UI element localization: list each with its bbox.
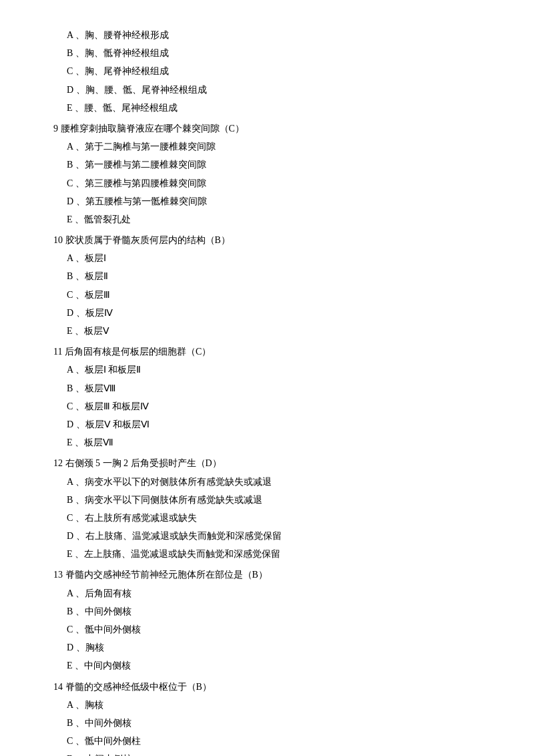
option-line: C 、板层Ⅲ 和板层Ⅳ bbox=[67, 398, 481, 415]
question-line: 13 脊髓内交感神经节前神经元胞体所在部位是（B） bbox=[53, 566, 481, 583]
option-line: D 、板层Ⅳ bbox=[67, 305, 481, 321]
option-line: A 、板层Ⅰ 和板层Ⅱ bbox=[67, 361, 481, 378]
option-line: A 、胸、腰脊神经根形成 bbox=[67, 27, 481, 43]
option-line: B 、中间外侧核 bbox=[67, 715, 481, 731]
option-line: D 、右上肢痛、温觉减退或缺失而触觉和深感觉保留 bbox=[67, 528, 481, 544]
option-line: B 、第一腰椎与第二腰椎棘突间隙 bbox=[67, 156, 481, 173]
option-line: C 、第三腰椎与第四腰椎棘突间隙 bbox=[67, 175, 481, 192]
option-line: E 、中间内侧核 bbox=[67, 657, 481, 674]
question-line: 12 右侧颈 5 一胸 2 后角受损时产生（D） bbox=[53, 455, 481, 471]
question-line: 10 胶状质属于脊髓灰质何层内的结构（B） bbox=[53, 232, 481, 248]
question-line: 11 后角固有核是何板层的细胞群（C） bbox=[53, 343, 481, 360]
option-line: A 、后角固有核 bbox=[67, 585, 481, 602]
option-line: A 、板层Ⅰ bbox=[67, 250, 481, 266]
option-line: D 、第五腰椎与第一骶椎棘突间隙 bbox=[67, 193, 481, 210]
option-line: C 、胸、尾脊神经根组成 bbox=[67, 63, 481, 79]
main-content: A 、胸、腰脊神经根形成B 、胸、骶脊神经根组成C 、胸、尾脊神经根组成D 、胸… bbox=[53, 27, 481, 756]
option-line: D 、胸核 bbox=[67, 639, 481, 656]
option-line: E 、骶管裂孔处 bbox=[67, 211, 481, 228]
option-line: D 、胸、腰、骶、尾脊神经根组成 bbox=[67, 81, 481, 98]
option-line: B 、胸、骶脊神经根组成 bbox=[67, 45, 481, 61]
option-line: D 、板层Ⅴ 和板层Ⅵ bbox=[67, 416, 481, 433]
option-line: C 、骶中间外侧柱 bbox=[67, 733, 481, 749]
option-line: E 、腰、骶、尾神经根组成 bbox=[67, 100, 481, 116]
question-line: 14 脊髓的交感神经低级中枢位于（B） bbox=[53, 679, 481, 695]
option-line: D 、中间内侧核 bbox=[67, 751, 481, 756]
option-line: A 、第于二胸椎与第一腰椎棘突间隙 bbox=[67, 138, 481, 155]
option-line: E 、左上肢痛、温觉减退或缺失而触觉和深感觉保留 bbox=[67, 546, 481, 562]
option-line: E 、板层Ⅶ bbox=[67, 434, 481, 451]
question-line: 9 腰椎穿刺抽取脑脊液应在哪个棘突间隙（C） bbox=[53, 120, 481, 137]
option-line: C 、板层Ⅲ bbox=[67, 287, 481, 303]
option-line: B 、病变水平以下同侧肢体所有感觉缺失或减退 bbox=[67, 492, 481, 508]
option-line: A 、病变水平以下的对侧肢体所有感觉缺失或减退 bbox=[67, 474, 481, 490]
option-line: B 、板层Ⅷ bbox=[67, 380, 481, 397]
option-line: B 、板层Ⅱ bbox=[67, 268, 481, 285]
option-line: E 、板层Ⅴ bbox=[67, 323, 481, 339]
option-line: C 、右上肢所有感觉减退或缺失 bbox=[67, 510, 481, 526]
option-line: B 、中间外侧核 bbox=[67, 603, 481, 620]
option-line: C 、骶中间外侧核 bbox=[67, 621, 481, 638]
option-line: A 、胸核 bbox=[67, 697, 481, 713]
